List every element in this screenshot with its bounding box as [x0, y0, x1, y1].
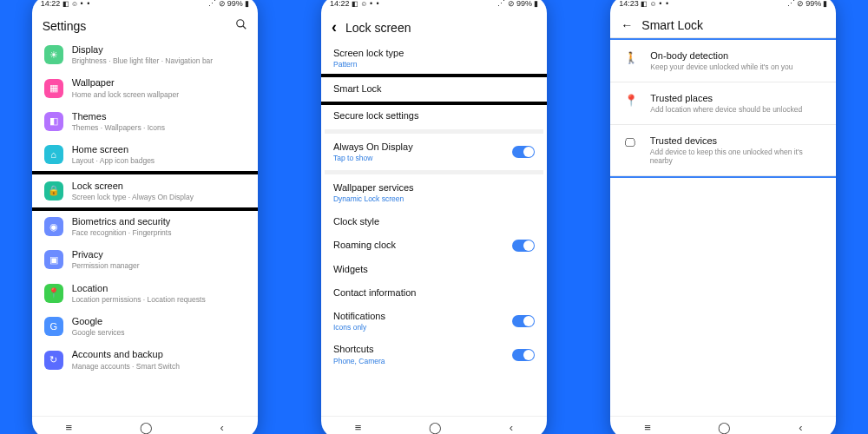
nav-home[interactable] [429, 421, 442, 434]
lockscreen-row-wallpaper-services[interactable]: Wallpaper servicesDynamic Lock screen [325, 176, 543, 209]
row-sub: Permission manager [72, 261, 246, 270]
row-sub: Brightness · Blue light filter · Navigat… [72, 56, 246, 65]
settings-row-display[interactable]: ☀DisplayBrightness · Blue light filter ·… [36, 38, 254, 71]
page-title: Smart Lock [641, 18, 703, 32]
row-sub: Phone, Camera [333, 357, 503, 365]
row-label: Shortcuts [333, 344, 503, 355]
settings-row-home-screen[interactable]: ⌂Home screenLayout · App icon badges [36, 138, 254, 171]
row-sub: Google services [72, 328, 246, 337]
status-app-icons [62, 0, 78, 8]
back-icon[interactable] [332, 18, 337, 36]
nav-bar [321, 416, 547, 434]
nav-bar [610, 416, 836, 434]
row-label: On-body detection [650, 50, 792, 61]
row-label: Trusted places [650, 93, 802, 103]
nav-recent[interactable] [644, 421, 651, 434]
section-divider [325, 170, 543, 174]
row-label: Biometrics and security [72, 216, 246, 227]
toggle-switch[interactable] [512, 146, 535, 158]
row-label: Wallpaper services [333, 182, 535, 194]
nav-bar [32, 416, 258, 434]
row-label: Themes [72, 111, 246, 122]
divider-accent [610, 176, 836, 178]
on-body-detection-icon: 🚶 [624, 51, 638, 64]
row-label: Clock style [333, 216, 535, 227]
accounts-and-backup-icon: ↻ [44, 351, 63, 370]
settings-list: ☀DisplayBrightness · Blue light filter ·… [32, 38, 258, 416]
row-sub: Face recognition · Fingerprints [72, 228, 246, 237]
smartlock-list: 🚶On-body detectionKeep your device unloc… [610, 40, 836, 416]
display-icon: ☀ [44, 45, 63, 64]
battery-icon: ▮ [534, 0, 538, 8]
lockscreen-row-widgets[interactable]: Widgets [325, 258, 543, 281]
toggle-switch[interactable] [512, 240, 535, 252]
status-bar: 14:22 99%▮ [32, 0, 258, 11]
row-label: Roaming clock [333, 240, 503, 251]
row-label: Smart Lock [333, 83, 535, 95]
trusted-places-icon: 📍 [624, 94, 638, 107]
smartlock-row-on-body-detection[interactable]: 🚶On-body detectionKeep your device unloc… [610, 40, 836, 82]
nav-home[interactable] [718, 421, 731, 434]
row-label: Display [72, 44, 246, 56]
row-sub: Home and lock screen wallpaper [72, 90, 246, 99]
wallpaper-icon: ▦ [44, 79, 63, 98]
status-signal-icons [497, 0, 515, 8]
row-sub: Manage accounts · Smart Switch [72, 362, 246, 371]
lockscreen-row-contact-information[interactable]: Contact information [325, 281, 543, 305]
row-sub: Add device to keep this one unlocked whe… [650, 148, 822, 165]
row-label: Widgets [333, 264, 535, 275]
phone-lockscreen: 14:22 99%▮ Lock screen Screen lock typeP… [321, 0, 547, 434]
lockscreen-row-notifications[interactable]: NotificationsIcons only [325, 305, 543, 338]
status-signal-icons [787, 0, 805, 8]
nav-home[interactable] [140, 421, 153, 434]
smartlock-row-trusted-devices[interactable]: 🖵Trusted devicesAdd device to keep this … [610, 125, 836, 176]
nav-recent[interactable] [355, 421, 362, 434]
lockscreen-row-clock-style[interactable]: Clock style [325, 210, 543, 233]
nav-back[interactable] [799, 421, 802, 434]
nav-back[interactable] [510, 421, 513, 434]
battery-icon: ▮ [245, 0, 249, 8]
settings-row-accounts-and-backup[interactable]: ↻Accounts and backupManage accounts · Sm… [36, 343, 254, 376]
lockscreen-row-screen-lock-type[interactable]: Screen lock typePattern [325, 42, 543, 75]
settings-row-biometrics-and-security[interactable]: ◉Biometrics and securityFace recognition… [36, 210, 254, 243]
lockscreen-row-roaming-clock[interactable]: Roaming clock [325, 233, 543, 258]
row-label: Privacy [72, 249, 246, 260]
settings-row-themes[interactable]: ◧ThemesThemes · Wallpapers · Icons [36, 105, 254, 138]
back-icon[interactable] [621, 18, 633, 32]
page-title: Lock screen [345, 21, 411, 35]
status-time: 14:23 [619, 0, 639, 8]
lock-screen-icon: 🔒 [44, 181, 63, 201]
status-time: 14:22 [41, 0, 61, 8]
settings-row-location[interactable]: 📍LocationLocation permissions · Location… [36, 277, 254, 310]
row-label: Contact information [333, 287, 535, 299]
smartlock-row-trusted-places[interactable]: 📍Trusted placesAdd location where device… [610, 82, 836, 125]
settings-row-wallpaper[interactable]: ▦WallpaperHome and lock screen wallpaper [36, 71, 254, 104]
status-dots [370, 0, 380, 8]
privacy-icon: ▣ [44, 250, 63, 269]
page-title: Settings [43, 19, 87, 33]
lockscreen-row-secure-lock-settings[interactable]: Secure lock settings [325, 104, 543, 128]
settings-row-lock-screen[interactable]: 🔒Lock screenScreen lock type · Always On… [32, 174, 258, 207]
lockscreen-row-smart-lock[interactable]: Smart Lock [321, 77, 547, 101]
search-icon[interactable] [235, 18, 247, 33]
row-label: Notifications [333, 311, 503, 322]
toggle-switch[interactable] [512, 315, 535, 327]
row-sub: Add location where device should be unlo… [650, 105, 802, 114]
row-label: Accounts and backup [72, 349, 246, 360]
row-label: Screen lock type [333, 48, 535, 59]
lockscreen-row-shortcuts[interactable]: ShortcutsPhone, Camera [325, 338, 543, 371]
nav-back[interactable] [220, 421, 223, 434]
settings-row-privacy[interactable]: ▣PrivacyPermission manager [36, 243, 254, 276]
smartlock-header: Smart Lock [610, 11, 836, 38]
biometrics-and-security-icon: ◉ [44, 217, 63, 236]
row-label: Home screen [72, 144, 246, 155]
lockscreen-row-always-on-display[interactable]: Always On DisplayTap to show [325, 135, 543, 168]
status-bar: 14:23 99%▮ [610, 0, 836, 11]
status-time: 14:22 [330, 0, 350, 8]
lockscreen-list: Screen lock typePatternSmart LockSecure … [321, 42, 547, 416]
toggle-switch[interactable] [512, 349, 535, 361]
nav-recent[interactable] [66, 421, 73, 434]
row-sub: Layout · App icon badges [72, 156, 246, 165]
status-dots [659, 0, 669, 8]
settings-row-google[interactable]: GGoogleGoogle services [36, 310, 254, 343]
